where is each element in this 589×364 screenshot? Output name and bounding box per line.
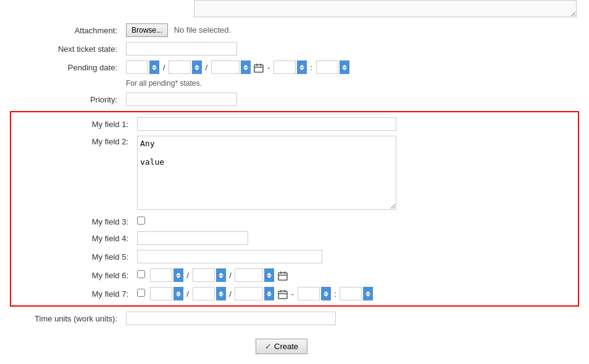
next-ticket-state-field: open — [123, 39, 589, 58]
arrow-up-icon — [299, 65, 304, 67]
pending-month-spinner[interactable] — [149, 60, 159, 74]
f7-day-input[interactable]: 03 — [193, 287, 215, 300]
priority-input[interactable]: 3 normal — [126, 93, 237, 106]
pending-minute-input[interactable]: 45 — [316, 60, 338, 74]
no-file-label: No file selected. — [174, 25, 232, 35]
calendar-icon[interactable] — [254, 63, 264, 73]
f6-sep-1: / — [186, 271, 189, 280]
my-field-6-field: 01 / 03 — [135, 266, 578, 284]
f7-hour-input[interactable]: 23 — [298, 287, 320, 300]
create-empty — [0, 328, 123, 362]
pending-day-group: 04 — [169, 60, 202, 74]
arrow-down-icon — [299, 68, 304, 70]
my-field-1-field: default — [135, 115, 578, 133]
time-units-label: Time units (work units): — [0, 309, 123, 328]
my-field-3-label: My field 3: — [11, 214, 135, 229]
f6-year-group: 2016 — [235, 268, 274, 282]
f6-day-input[interactable]: 03 — [193, 268, 215, 282]
main-form: Attachment: Browse... No file selected. … — [0, 21, 589, 109]
pending-minute-spinner[interactable] — [340, 60, 349, 74]
priority-row: Priority: 3 normal — [0, 90, 589, 109]
f6-year-input[interactable]: 2016 — [235, 268, 263, 282]
pending-year-spinner[interactable] — [241, 60, 251, 74]
f7-minute-input[interactable]: 47 — [340, 287, 362, 300]
f7-day-spinner[interactable] — [216, 287, 226, 300]
f6-sep-2: / — [229, 271, 232, 280]
create-button-label: Create — [274, 342, 298, 351]
f7-month-input[interactable]: 01 — [150, 287, 172, 300]
f6-calendar-icon[interactable] — [278, 271, 288, 281]
description-textarea[interactable] — [194, 0, 577, 17]
priority-label: Priority: — [0, 90, 123, 109]
my-field-5-input[interactable] — [137, 250, 322, 263]
pending-hour-spinner[interactable] — [297, 60, 307, 74]
my-field-1-input[interactable]: default — [137, 117, 396, 131]
pending-hour-input[interactable]: 23 — [274, 60, 296, 74]
my-field-6-row: My field 6: 01 / 03 — [11, 266, 578, 284]
pending-day-spinner[interactable] — [192, 60, 202, 74]
f6-year-spinner[interactable] — [264, 268, 274, 282]
date-sep-2: / — [206, 63, 208, 72]
arrow-down-icon — [176, 294, 181, 297]
arrow-up-icon — [176, 291, 181, 294]
my-field-5-label: My field 5: — [11, 247, 135, 266]
arrow-up-icon — [176, 273, 181, 275]
f7-calendar-icon[interactable] — [278, 289, 288, 299]
arrow-down-icon — [152, 68, 157, 70]
my-field-6-checkbox[interactable] — [137, 270, 145, 278]
pending-date-label: Pending date: — [0, 58, 123, 77]
my-field-4-row: My field 4: Option 1 — [11, 229, 578, 247]
browse-button[interactable]: Browse... — [126, 23, 168, 37]
f7-minute-spinner[interactable] — [363, 287, 373, 300]
next-ticket-state-input[interactable]: open — [126, 42, 237, 56]
my-field-2-textarea[interactable]: Any value — [137, 136, 396, 210]
create-field: ✓ Create — [123, 328, 589, 362]
pending-month-group: 01 — [126, 60, 159, 74]
my-field-1-row: My field 1: default — [11, 115, 578, 133]
my-field-2-field: Any value — [135, 133, 578, 214]
time-units-row: Time units (work units): — [0, 309, 589, 328]
f7-day-group: 03 — [193, 287, 226, 300]
arrow-up-icon — [324, 291, 328, 294]
pending-date-row: Pending date: 01 / 04 — [0, 58, 589, 77]
arrow-down-icon — [366, 294, 370, 297]
next-ticket-state-row: Next ticket state: open — [0, 39, 589, 58]
arrow-down-icon — [194, 68, 199, 70]
arrow-up-icon — [267, 291, 272, 294]
f7-month-spinner[interactable] — [173, 287, 183, 300]
my-field-7-checkbox[interactable] — [137, 289, 145, 297]
time-dash: - — [267, 63, 272, 72]
f7-sep-1: / — [186, 289, 189, 299]
f7-year-spinner[interactable] — [264, 287, 274, 300]
svg-rect-4 — [278, 273, 287, 280]
pending-year-input[interactable]: 2016 — [211, 60, 240, 74]
pending-month-input[interactable]: 01 — [126, 60, 148, 74]
arrow-up-icon — [243, 65, 248, 67]
time-sep: : — [311, 63, 313, 72]
f7-year-input[interactable]: 2016 — [235, 287, 263, 300]
page-wrapper: Attachment: Browse... No file selected. … — [0, 0, 589, 364]
svg-rect-0 — [254, 65, 263, 72]
bottom-form: Time units (work units): ✓ Create — [0, 309, 589, 362]
my-field-3-checkbox[interactable] — [137, 217, 145, 225]
arrow-down-icon — [219, 276, 223, 278]
arrow-up-icon — [194, 65, 199, 67]
f6-month-spinner[interactable] — [173, 268, 183, 282]
f7-hour-spinner[interactable] — [321, 287, 331, 300]
my-field-2-label: My field 2: — [11, 133, 135, 214]
f7-sep-2: / — [229, 289, 232, 299]
f7-year-group: 2016 — [235, 287, 274, 300]
pending-hour-group: 23 — [274, 60, 307, 74]
priority-field: 3 normal — [123, 90, 589, 109]
f7-time-sep: : — [334, 289, 336, 299]
create-button[interactable]: ✓ Create — [256, 339, 307, 354]
my-field-4-input[interactable]: Option 1 — [137, 231, 248, 245]
pending-day-input[interactable]: 04 — [169, 60, 191, 74]
attachment-row: Attachment: Browse... No file selected. — [0, 21, 589, 39]
pending-note-row: For all pending* states. — [0, 77, 589, 90]
time-units-input[interactable] — [126, 312, 336, 325]
f6-day-spinner[interactable] — [216, 268, 226, 282]
f6-month-input[interactable]: 01 — [150, 268, 172, 282]
arrow-down-icon — [324, 294, 328, 297]
create-row: ✓ Create — [0, 328, 589, 362]
